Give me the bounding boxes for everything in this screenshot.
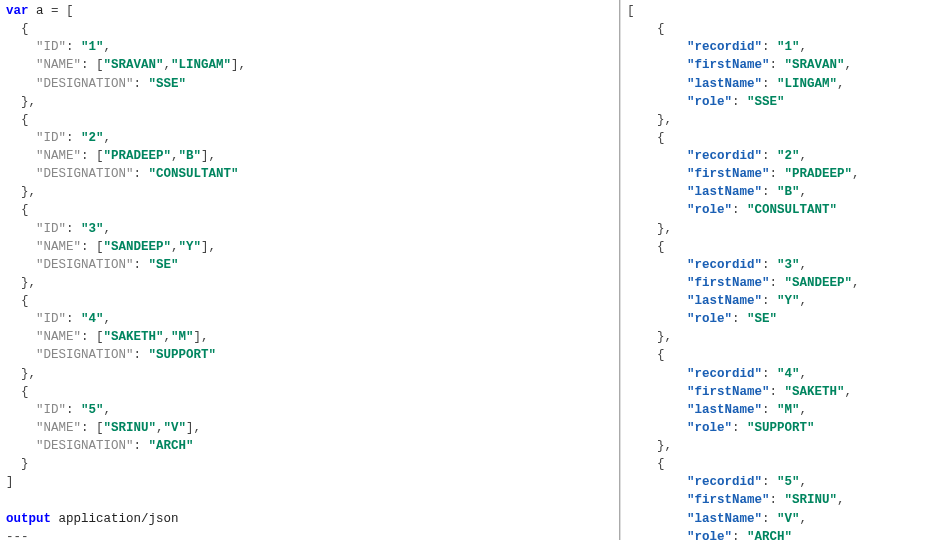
key-role: "role" — [687, 312, 732, 326]
obj-close: } — [21, 457, 29, 471]
key-role: "role" — [687, 421, 732, 435]
key-recordid: "recordid" — [687, 475, 762, 489]
val-designation: "ARCH" — [149, 439, 194, 453]
key-id: "ID" — [36, 222, 66, 236]
val-designation: "SE" — [149, 258, 179, 272]
obj-open: { — [21, 203, 29, 217]
val-id: "5" — [81, 403, 104, 417]
key-recordid: "recordid" — [687, 149, 762, 163]
key-id: "ID" — [36, 403, 66, 417]
val-lastname: "Y" — [777, 294, 800, 308]
array-close: ] — [6, 475, 14, 489]
key-name: "NAME" — [36, 149, 81, 163]
val-recordid: "2" — [777, 149, 800, 163]
key-name: "NAME" — [36, 330, 81, 344]
array-open: [ — [66, 4, 74, 18]
obj-open: { — [657, 348, 665, 362]
key-designation: "DESIGNATION" — [36, 167, 134, 181]
key-role: "role" — [687, 95, 732, 109]
key-lastname: "lastName" — [687, 185, 762, 199]
val-firstname: "SRINU" — [785, 493, 838, 507]
separator: --- — [6, 530, 29, 540]
key-name: "NAME" — [36, 240, 81, 254]
assign-op: = — [51, 4, 59, 18]
val-designation: "CONSULTANT" — [149, 167, 239, 181]
obj-open: { — [21, 113, 29, 127]
key-firstname: "firstName" — [687, 58, 770, 72]
obj-close: }, — [21, 367, 36, 381]
key-designation: "DESIGNATION" — [36, 77, 134, 91]
key-firstname: "firstName" — [687, 385, 770, 399]
obj-open: { — [21, 385, 29, 399]
obj-close: }, — [657, 222, 672, 236]
val-name-1: "Y" — [179, 240, 202, 254]
val-role: "SSE" — [747, 95, 785, 109]
mime-type: application/json — [59, 512, 179, 526]
val-lastname: "M" — [777, 403, 800, 417]
key-name: "NAME" — [36, 421, 81, 435]
val-name-1: "M" — [171, 330, 194, 344]
val-name-0: "SANDEEP" — [104, 240, 172, 254]
val-recordid: "5" — [777, 475, 800, 489]
input-code-editor[interactable]: var a = [ { "ID": "1", "NAME": ["SRAVAN"… — [0, 0, 620, 540]
key-id: "ID" — [36, 40, 66, 54]
val-name-1: "V" — [164, 421, 187, 435]
obj-open: { — [21, 294, 29, 308]
obj-open: { — [657, 457, 665, 471]
val-firstname: "SRAVAN" — [785, 58, 845, 72]
val-name-0: "SRAVAN" — [104, 58, 164, 72]
key-firstname: "firstName" — [687, 276, 770, 290]
output-preview[interactable]: [ { "recordid": "1", "firstName": "SRAVA… — [620, 0, 945, 540]
val-name-1: "B" — [179, 149, 202, 163]
val-firstname: "SANDEEP" — [785, 276, 853, 290]
key-lastname: "lastName" — [687, 294, 762, 308]
key-id: "ID" — [36, 131, 66, 145]
json-array-open: [ — [627, 4, 635, 18]
key-designation: "DESIGNATION" — [36, 348, 134, 362]
val-role: "SE" — [747, 312, 777, 326]
val-recordid: "1" — [777, 40, 800, 54]
val-role: "CONSULTANT" — [747, 203, 837, 217]
key-name: "NAME" — [36, 58, 81, 72]
val-recordid: "4" — [777, 367, 800, 381]
obj-close: }, — [657, 113, 672, 127]
val-firstname: "SAKETH" — [785, 385, 845, 399]
val-id: "1" — [81, 40, 104, 54]
key-role: "role" — [687, 203, 732, 217]
val-name-0: "SRINU" — [104, 421, 157, 435]
val-designation: "SUPPORT" — [149, 348, 217, 362]
obj-close: }, — [21, 276, 36, 290]
obj-open: { — [21, 22, 29, 36]
var-name: a — [36, 4, 44, 18]
val-role: "ARCH" — [747, 530, 792, 540]
val-role: "SUPPORT" — [747, 421, 815, 435]
val-lastname: "B" — [777, 185, 800, 199]
val-recordid: "3" — [777, 258, 800, 272]
val-id: "2" — [81, 131, 104, 145]
key-designation: "DESIGNATION" — [36, 439, 134, 453]
key-designation: "DESIGNATION" — [36, 258, 134, 272]
val-designation: "SSE" — [149, 77, 187, 91]
val-firstname: "PRADEEP" — [785, 167, 853, 181]
keyword-output: output — [6, 512, 51, 526]
obj-open: { — [657, 22, 665, 36]
obj-open: { — [657, 131, 665, 145]
key-firstname: "firstName" — [687, 493, 770, 507]
val-id: "3" — [81, 222, 104, 236]
key-id: "ID" — [36, 312, 66, 326]
val-name-1: "LINGAM" — [171, 58, 231, 72]
obj-close: }, — [21, 185, 36, 199]
obj-close: }, — [657, 439, 672, 453]
val-id: "4" — [81, 312, 104, 326]
obj-close: }, — [657, 330, 672, 344]
val-lastname: "LINGAM" — [777, 77, 837, 91]
key-recordid: "recordid" — [687, 367, 762, 381]
val-name-0: "PRADEEP" — [104, 149, 172, 163]
key-role: "role" — [687, 530, 732, 540]
key-recordid: "recordid" — [687, 258, 762, 272]
val-name-0: "SAKETH" — [104, 330, 164, 344]
key-firstname: "firstName" — [687, 167, 770, 181]
key-recordid: "recordid" — [687, 40, 762, 54]
key-lastname: "lastName" — [687, 77, 762, 91]
keyword-var: var — [6, 4, 29, 18]
